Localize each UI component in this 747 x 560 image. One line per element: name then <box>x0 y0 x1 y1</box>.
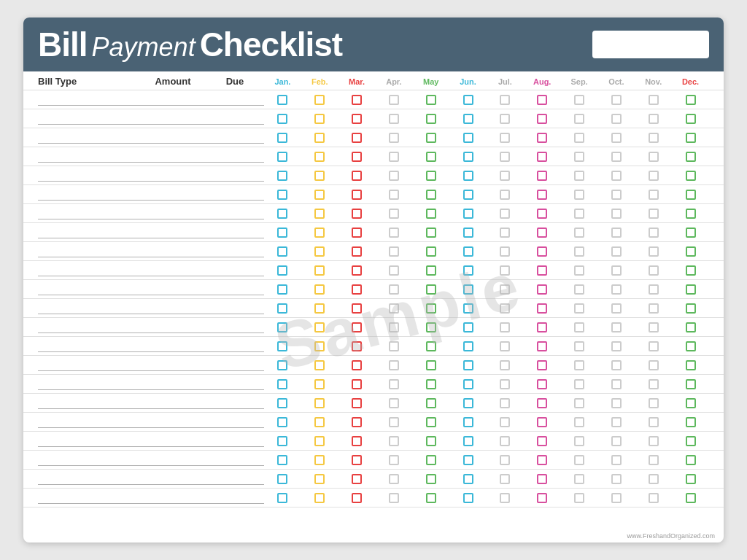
checkbox-square[interactable] <box>389 95 399 105</box>
cell-due[interactable] <box>206 151 264 163</box>
checkbox-square[interactable] <box>314 114 325 124</box>
checkbox-square[interactable] <box>686 341 696 351</box>
checkbox-square[interactable] <box>352 379 362 389</box>
checkbox-square[interactable] <box>611 322 622 332</box>
checkbox-square[interactable] <box>649 265 659 276</box>
checkbox-square[interactable] <box>463 265 473 276</box>
checkbox-square[interactable] <box>352 95 362 105</box>
checkbox-square[interactable] <box>686 379 696 389</box>
checkbox-square[interactable] <box>649 171 659 181</box>
checkbox-square[interactable] <box>686 455 696 465</box>
checkbox-square[interactable] <box>389 436 399 446</box>
checkbox-square[interactable] <box>314 190 325 200</box>
checkbox-square[interactable] <box>611 417 622 427</box>
cell-amount[interactable] <box>140 492 206 504</box>
checkbox-square[interactable] <box>314 303 325 314</box>
cell-bill-type[interactable] <box>38 227 140 238</box>
checkbox-square[interactable] <box>574 455 584 465</box>
checkbox-square[interactable] <box>574 474 584 484</box>
checkbox-square[interactable] <box>352 133 362 143</box>
checkbox-square[interactable] <box>611 171 622 181</box>
checkbox-square[interactable] <box>426 190 436 200</box>
cell-bill-type[interactable] <box>38 151 140 163</box>
cell-due[interactable] <box>206 208 264 219</box>
checkbox-square[interactable] <box>537 171 547 181</box>
checkbox-square[interactable] <box>574 322 584 332</box>
checkbox-square[interactable] <box>500 114 510 124</box>
cell-due[interactable] <box>206 341 264 352</box>
checkbox-square[interactable] <box>352 493 362 503</box>
checkbox-square[interactable] <box>352 455 362 465</box>
checkbox-square[interactable] <box>686 493 696 503</box>
cell-bill-type[interactable] <box>38 208 140 219</box>
checkbox-square[interactable] <box>277 171 287 181</box>
checkbox-square[interactable] <box>277 284 287 295</box>
checkbox-square[interactable] <box>426 417 436 427</box>
cell-bill-type[interactable] <box>38 189 140 201</box>
checkbox-square[interactable] <box>314 322 325 332</box>
checkbox-square[interactable] <box>649 284 659 295</box>
checkbox-square[interactable] <box>537 417 547 427</box>
checkbox-square[interactable] <box>500 265 510 276</box>
cell-due[interactable] <box>206 94 264 106</box>
checkbox-square[interactable] <box>314 133 325 143</box>
checkbox-square[interactable] <box>389 209 399 219</box>
checkbox-square[interactable] <box>463 322 473 332</box>
checkbox-square[interactable] <box>686 398 696 408</box>
checkbox-square[interactable] <box>277 303 287 314</box>
checkbox-square[interactable] <box>500 284 510 295</box>
checkbox-square[interactable] <box>314 171 325 181</box>
cell-amount[interactable] <box>140 170 206 182</box>
checkbox-square[interactable] <box>277 436 287 446</box>
checkbox-square[interactable] <box>537 209 547 219</box>
checkbox-square[interactable] <box>463 303 473 314</box>
cell-due[interactable] <box>206 435 264 447</box>
checkbox-square[interactable] <box>649 114 659 124</box>
checkbox-square[interactable] <box>611 436 622 446</box>
checkbox-square[interactable] <box>352 190 362 200</box>
checkbox-square[interactable] <box>277 417 287 427</box>
cell-bill-type[interactable] <box>38 397 140 409</box>
checkbox-square[interactable] <box>611 228 622 238</box>
cell-bill-type[interactable] <box>38 265 140 276</box>
checkbox-square[interactable] <box>352 341 362 351</box>
checkbox-square[interactable] <box>389 284 399 295</box>
checkbox-square[interactable] <box>537 436 547 446</box>
checkbox-square[interactable] <box>389 171 399 181</box>
checkbox-square[interactable] <box>277 265 287 276</box>
checkbox-square[interactable] <box>463 474 473 484</box>
checkbox-square[interactable] <box>463 95 473 105</box>
checkbox-square[interactable] <box>352 228 362 238</box>
cell-amount[interactable] <box>140 151 206 163</box>
checkbox-square[interactable] <box>352 171 362 181</box>
checkbox-square[interactable] <box>611 114 622 124</box>
checkbox-square[interactable] <box>574 341 584 351</box>
checkbox-square[interactable] <box>686 265 696 276</box>
checkbox-square[interactable] <box>686 284 696 295</box>
checkbox-square[interactable] <box>649 474 659 484</box>
checkbox-square[interactable] <box>463 398 473 408</box>
checkbox-square[interactable] <box>277 379 287 389</box>
cell-amount[interactable] <box>140 473 206 485</box>
checkbox-square[interactable] <box>649 95 659 105</box>
checkbox-square[interactable] <box>277 209 287 219</box>
checkbox-square[interactable] <box>314 341 325 351</box>
cell-bill-type[interactable] <box>38 132 140 144</box>
checkbox-square[interactable] <box>463 379 473 389</box>
checkbox-square[interactable] <box>352 322 362 332</box>
cell-due[interactable] <box>206 492 264 504</box>
checkbox-square[interactable] <box>277 228 287 238</box>
checkbox-square[interactable] <box>277 322 287 332</box>
checkbox-square[interactable] <box>277 190 287 200</box>
cell-amount[interactable] <box>140 303 206 314</box>
checkbox-square[interactable] <box>389 398 399 408</box>
cell-bill-type[interactable] <box>38 359 140 371</box>
checkbox-square[interactable] <box>686 171 696 181</box>
checkbox-square[interactable] <box>537 284 547 295</box>
checkbox-square[interactable] <box>314 455 325 465</box>
checkbox-square[interactable] <box>463 152 473 162</box>
checkbox-square[interactable] <box>649 360 659 370</box>
checkbox-square[interactable] <box>500 190 510 200</box>
checkbox-square[interactable] <box>426 265 436 276</box>
checkbox-square[interactable] <box>500 228 510 238</box>
